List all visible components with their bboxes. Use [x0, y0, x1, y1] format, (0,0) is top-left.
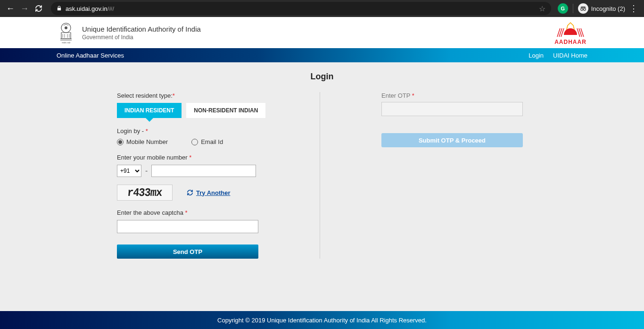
nav-login[interactable]: Login: [528, 52, 544, 59]
tab-indian-resident[interactable]: INDIAN RESIDENT: [117, 103, 182, 118]
browser-toolbar: ← → ask.uidai.gov.in/#/ ☆ G Incognito (2…: [0, 0, 644, 17]
try-another-captcha[interactable]: Try Another: [187, 189, 230, 196]
svg-point-0: [580, 8, 583, 10]
aadhaar-logo-text: AADHAAR: [553, 39, 587, 45]
site-header: सत्यमेव जयते Unique Identification Autho…: [0, 17, 644, 48]
tab-nri[interactable]: NON-RESIDENT INDIAN: [186, 103, 265, 118]
mobile-number-label: Enter your mobile number *: [117, 154, 305, 161]
site-title: Unique Identification Authority of India: [82, 25, 201, 33]
footer: Copyright © 2019 Unique Identification A…: [0, 311, 644, 329]
radio-icon: [191, 139, 198, 145]
refresh-icon: [187, 189, 193, 196]
lock-icon: [57, 6, 62, 12]
send-otp-button[interactable]: Send OTP: [117, 245, 258, 259]
nav-uidai-home[interactable]: UIDAI Home: [553, 52, 587, 59]
primary-nav: Online Aadhaar Services Login UIDAI Home: [0, 48, 644, 62]
svg-point-3: [65, 26, 67, 29]
captcha-image: r433mx: [117, 185, 173, 201]
bookmark-star-icon[interactable]: ☆: [539, 4, 545, 13]
nav-online-services[interactable]: Online Aadhaar Services: [57, 52, 124, 59]
copyright-text: Copyright © 2019 Unique Identification A…: [217, 317, 427, 324]
login-form: Select resident type:* INDIAN RESIDENT N…: [117, 92, 320, 259]
country-code-select[interactable]: +91: [117, 165, 141, 177]
incognito-indicator[interactable]: Incognito (2): [578, 3, 625, 14]
separator: [573, 4, 573, 13]
site-subtitle: Government of India: [82, 34, 201, 41]
india-emblem-icon: सत्यमेव जयते: [57, 21, 75, 44]
aadhaar-logo: AADHAAR: [553, 20, 587, 45]
browser-menu-icon[interactable]: ⋮: [628, 3, 639, 14]
captcha-input[interactable]: [117, 220, 258, 233]
radio-icon: [117, 139, 124, 145]
forward-button[interactable]: →: [19, 3, 30, 14]
otp-input: [381, 102, 523, 116]
reload-button[interactable]: [33, 3, 44, 14]
svg-point-1: [583, 8, 586, 10]
main-content: Login Select resident type:* INDIAN RESI…: [0, 62, 644, 259]
back-button[interactable]: ←: [5, 3, 16, 14]
incognito-icon: [578, 3, 588, 14]
resident-type-label: Select resident type:*: [117, 92, 305, 99]
url-path: /#/: [107, 5, 114, 12]
mobile-number-input[interactable]: [151, 165, 256, 177]
extension-grammarly-icon[interactable]: G: [558, 3, 568, 14]
captcha-input-label: Enter the above captcha *: [117, 209, 305, 216]
svg-text:सत्यमेव जयते: सत्यमेव जयते: [61, 42, 71, 44]
header-text: Unique Identification Authority of India…: [82, 25, 201, 41]
url-host: ask.uidai.gov.in: [66, 5, 107, 12]
submit-otp-button: Submit OTP & Proceed: [381, 133, 523, 147]
captcha-text: r433mx: [127, 186, 163, 199]
otp-label: Enter OTP *: [381, 92, 527, 99]
radio-mobile-number[interactable]: Mobile Number: [117, 138, 168, 145]
incognito-label: Incognito (2): [591, 5, 625, 12]
address-bar[interactable]: ask.uidai.gov.in/#/ ☆: [51, 2, 551, 15]
login-by-label: Login by - *: [117, 127, 305, 135]
otp-panel: Enter OTP * Submit OTP & Proceed: [320, 92, 527, 259]
radio-email-id[interactable]: Email Id: [191, 138, 223, 145]
page-title: Login: [117, 72, 527, 82]
